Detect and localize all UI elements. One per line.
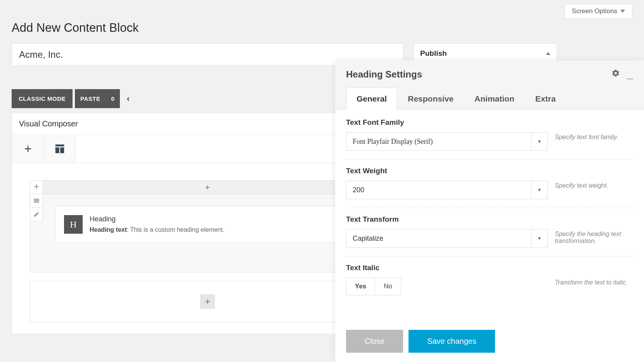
text-transform-value: Capitalize	[346, 229, 531, 247]
text-weight-select[interactable]: 200 ▼	[346, 181, 548, 199]
add-element-button[interactable]	[12, 135, 44, 163]
row-layout-handle[interactable]	[30, 194, 43, 208]
layout-icon	[54, 143, 66, 155]
element-description: Heading text: This is a custom heading e…	[90, 226, 224, 233]
screen-options-label: Screen Options	[572, 7, 617, 15]
italic-no-button[interactable]: No	[375, 278, 401, 295]
element-title: Heading	[90, 215, 224, 223]
screen-options-button[interactable]: Screen Options	[564, 4, 632, 19]
font-family-select[interactable]: Font Playfair Display (Serif) ▼	[346, 132, 548, 151]
paste-count-button[interactable]: 0	[106, 89, 119, 108]
text-weight-hint: Specify text weight.	[555, 181, 633, 189]
row-edit-handle[interactable]	[30, 207, 43, 221]
text-italic-hint: Transform the text to italic.	[555, 278, 633, 286]
publish-title: Publish	[420, 49, 447, 58]
text-transform-hint: Specify the heading text transformation.	[555, 229, 633, 245]
close-button[interactable]: Close	[346, 330, 403, 334]
add-row-placeholder[interactable]: +	[30, 281, 385, 322]
chevron-up-icon[interactable]	[546, 52, 551, 55]
tab-responsive[interactable]: Responsive	[397, 88, 464, 110]
row-add-element-button[interactable]: +	[202, 182, 213, 193]
paste-button[interactable]: PASTE	[75, 89, 106, 108]
heading-settings-panel: Heading Settings _ General Responsive An…	[335, 60, 644, 334]
tab-general[interactable]: General	[346, 88, 397, 110]
add-row-button[interactable]: +	[200, 294, 215, 309]
rows-icon	[33, 197, 40, 204]
text-weight-value: 200	[346, 181, 531, 199]
row-move-handle[interactable]	[30, 180, 43, 194]
font-family-value: Font Playfair Display (Serif)	[346, 133, 531, 150]
chevron-left-icon: ‹	[127, 94, 130, 103]
save-changes-button[interactable]: Save changes	[409, 330, 495, 334]
classic-mode-button[interactable]: CLASSIC MODE	[12, 89, 73, 108]
tab-extra[interactable]: Extra	[525, 88, 566, 110]
settings-gear-button[interactable]	[611, 69, 620, 80]
plus-icon: +	[205, 183, 210, 193]
font-family-label: Text Font Family	[346, 118, 633, 127]
move-icon	[33, 184, 40, 191]
page-title: Add New Content Block	[12, 21, 632, 35]
pencil-icon	[33, 211, 40, 217]
text-weight-label: Text Weight	[346, 167, 633, 175]
text-transform-select[interactable]: Capitalize ▼	[346, 229, 548, 248]
font-family-hint: Specify text font family.	[555, 132, 633, 141]
collapse-button[interactable]: ‹	[122, 90, 134, 108]
chevron-down-icon: ▼	[531, 229, 547, 247]
tab-animation[interactable]: Animation	[464, 88, 525, 110]
chevron-down-icon: ▼	[531, 133, 547, 150]
gear-icon	[611, 69, 620, 78]
composer-row: + H Heading Heading text: This is a cust…	[30, 180, 385, 272]
heading-element-icon: H	[64, 215, 83, 234]
chevron-down-icon: ▼	[531, 181, 547, 199]
minimize-button[interactable]: _	[627, 72, 633, 76]
templates-button[interactable]	[44, 135, 76, 163]
italic-yes-button[interactable]: Yes	[346, 278, 375, 295]
plus-icon	[23, 143, 33, 154]
chevron-down-icon	[620, 10, 625, 13]
text-italic-label: Text Italic	[346, 264, 633, 272]
text-transform-label: Text Transform	[346, 215, 633, 224]
settings-panel-title: Heading Settings	[346, 69, 422, 80]
plus-icon: +	[205, 296, 210, 307]
